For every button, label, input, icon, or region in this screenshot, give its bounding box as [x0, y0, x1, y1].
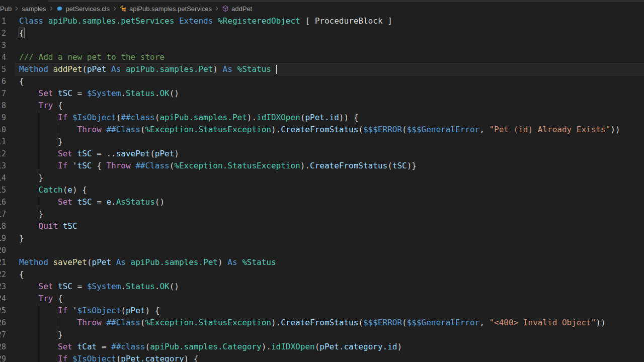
line-number: 7 [0, 87, 6, 100]
line-number: 3 [0, 39, 6, 51]
code-line-content[interactable]: } [19, 232, 24, 244]
code-line[interactable]: 2{ [0, 27, 644, 39]
code-line-content[interactable]: Class apiPub.samples.petServices Extends… [19, 15, 392, 27]
indent-guide [39, 353, 39, 362]
breadcrumb-label: samples [22, 5, 46, 13]
line-number: 4 [0, 51, 6, 63]
line-number: 19 [0, 232, 6, 244]
code-line-content[interactable]: Set tSC = $System.Status.OK() [19, 87, 179, 100]
code-line[interactable]: 25 If '$IsObject(pPet) { [0, 305, 644, 317]
code-line-content[interactable]: Throw ##Class(%Exception.StatusException… [19, 317, 606, 329]
code-line[interactable]: 10 Throw ##Class(%Exception.StatusExcept… [0, 124, 644, 136]
line-number: 8 [0, 100, 6, 112]
code-line[interactable]: 1Class apiPub.samples.petServices Extend… [0, 15, 644, 27]
code-line-content[interactable]: Set tSC = ..savePet(pPet) [19, 148, 179, 160]
indent-guide [39, 136, 39, 148]
code-line-content[interactable]: { [19, 75, 24, 87]
indent-guide [39, 112, 39, 124]
code-line-content[interactable]: Throw ##Class(%Exception.StatusException… [19, 124, 620, 136]
breadcrumb-item[interactable]: apiPub.samples.petServices [120, 5, 212, 13]
code-line[interactable]: 13 If 'tSC { Throw ##Class(%Exception.St… [0, 160, 644, 172]
code-line-content[interactable]: If 'tSC { Throw ##Class(%Exception.Statu… [19, 160, 417, 172]
code-line[interactable]: 16 Set tSC = e.AsStatus() [0, 196, 644, 208]
line-number: 1 [0, 15, 6, 27]
code-line-content[interactable]: Catch(e) { [19, 184, 87, 196]
breadcrumb-item[interactable]: samples [22, 5, 46, 13]
code-line[interactable]: 21Method savePet(pPet As apiPub.samples.… [0, 256, 644, 268]
breadcrumb-label: petServices.cls [66, 5, 110, 13]
code-line[interactable]: 3 [0, 39, 644, 51]
code-line[interactable]: 19} [0, 232, 644, 244]
code-line[interactable]: 27 } [0, 329, 644, 341]
line-number: 12 [0, 148, 6, 160]
code-line[interactable]: 4/// Add a new pet to the store [0, 51, 644, 63]
code-line[interactable]: 11 } [0, 136, 644, 148]
code-line-content[interactable]: Set tCat = ##class(apiPub.samples.Catego… [19, 341, 402, 353]
code-line[interactable]: 17 } [0, 208, 644, 220]
code-line-content[interactable]: Method addPet(pPet As apiPub.samples.Pet… [19, 63, 277, 75]
code-line-content[interactable]: { [19, 268, 24, 281]
vscode-editor-window: PubsamplespetServices.clsapiPub.samples.… [0, 0, 644, 362]
code-line[interactable]: 15 Catch(e) { [0, 184, 644, 196]
line-number: 6 [0, 75, 6, 87]
code-line-content[interactable]: /// Add a new pet to the store [19, 51, 165, 63]
line-number: 29 [0, 353, 6, 362]
breadcrumb-label: Pub [0, 5, 12, 13]
code-line[interactable]: 8 Try { [0, 100, 644, 112]
code-line[interactable]: 23 Set tSC = $System.Status.OK() [0, 281, 644, 293]
breadcrumb-item[interactable]: addPet [222, 5, 252, 13]
chevron-right-icon [213, 5, 220, 12]
line-number: 27 [0, 329, 6, 341]
indent-guide [39, 341, 39, 353]
code-line-content[interactable]: } [19, 208, 43, 220]
code-line-content[interactable]: Quit tSC [19, 220, 77, 232]
line-number: 17 [0, 208, 6, 220]
code-line[interactable]: 9 If $IsObject(##class(apiPub.samples.Pe… [0, 112, 644, 124]
breadcrumb-label: addPet [231, 5, 252, 13]
indent-guide [39, 305, 39, 317]
code-line-content[interactable]: If $IsObject(##class(apiPub.samples.Pet)… [19, 112, 358, 124]
line-number: 14 [0, 172, 6, 184]
code-line[interactable]: 24 Try { [0, 293, 644, 305]
code-line[interactable]: 12 Set tSC = ..savePet(pPet) [0, 148, 644, 160]
code-line-content[interactable]: Try { [19, 100, 63, 112]
indent-guide [39, 329, 39, 341]
line-number: 21 [0, 256, 6, 268]
line-number: 2 [0, 27, 6, 39]
code-line-content[interactable]: If $IsObject(pPet.category) { [19, 353, 198, 362]
line-number: 18 [0, 220, 6, 232]
chevron-right-icon [111, 5, 118, 12]
line-number: 25 [0, 305, 6, 317]
code-line[interactable]: 5Method addPet(pPet As apiPub.samples.Pe… [0, 63, 644, 75]
code-line-content[interactable]: } [19, 136, 63, 148]
breadcrumb-label: apiPub.samples.petServices [129, 5, 212, 13]
code-line-content[interactable]: Try { [19, 293, 63, 305]
symbol-class-icon [120, 5, 127, 12]
code-line-content[interactable]: } [19, 329, 63, 341]
code-line[interactable]: 14 } [0, 172, 644, 184]
indent-guide [39, 124, 39, 136]
code-line[interactable]: 29 If $IsObject(pPet.category) { [0, 353, 644, 362]
code-line[interactable]: 28 Set tCat = ##class(apiPub.samples.Cat… [0, 341, 644, 353]
breadcrumb-item[interactable]: petServices.cls [56, 5, 110, 13]
code-line-content[interactable]: Set tSC = $System.Status.OK() [19, 281, 179, 293]
code-line[interactable]: 26 Throw ##Class(%Exception.StatusExcept… [0, 317, 644, 329]
code-line-content[interactable]: } [19, 172, 43, 184]
code-line-content[interactable]: If '$IsObject(pPet) { [19, 305, 159, 317]
file-objectscript-icon [56, 5, 63, 12]
indent-guide [58, 317, 58, 329]
code-line[interactable]: 22{ [0, 268, 644, 281]
code-editor[interactable]: 1Class apiPub.samples.petServices Extend… [0, 15, 644, 362]
chevron-right-icon [13, 5, 20, 12]
code-line-content[interactable]: { [19, 27, 24, 39]
code-line[interactable]: 20 [0, 244, 644, 256]
text-cursor [276, 65, 277, 74]
code-line-content[interactable]: Method savePet(pPet As apiPub.samples.Pe… [19, 256, 276, 268]
symbol-method-icon [222, 5, 229, 12]
code-line[interactable]: 7 Set tSC = $System.Status.OK() [0, 87, 644, 100]
code-line[interactable]: 18 Quit tSC [0, 220, 644, 232]
code-line-content[interactable]: Set tSC = e.AsStatus() [19, 196, 165, 208]
breadcrumb-item[interactable]: Pub [0, 5, 12, 13]
line-number: 22 [0, 268, 6, 281]
code-line[interactable]: 6{ [0, 75, 644, 87]
